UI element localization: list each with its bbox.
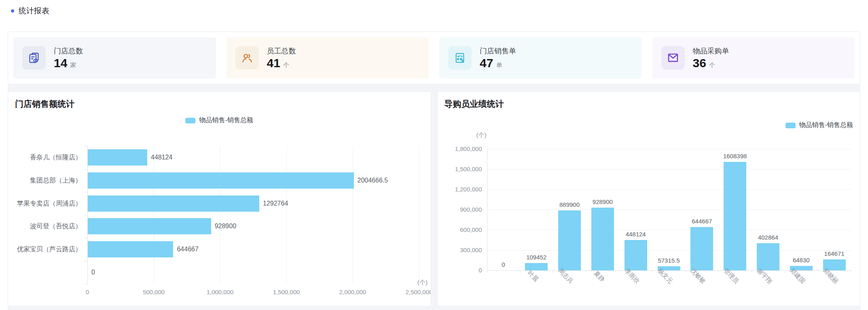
stat-card-purchase-orders: 物品采购单 36 个 [652, 37, 855, 79]
gridline [154, 146, 154, 284]
stat-unit: 个 [283, 62, 289, 69]
axis-tick [85, 284, 87, 284]
stat-card-sales-orders: 门店销售单 47 单 [439, 37, 642, 79]
axis-tick [85, 192, 87, 192]
guide-performance-chart-panel: 导购员业绩统计 物品销售-销售总额 (个) 1,800,0001,500,000… [437, 91, 861, 306]
stat-label: 员工总数 [267, 47, 296, 55]
value-label: 1292764 [263, 200, 288, 208]
category-label: 集团总部（上海） [8, 176, 82, 185]
axis-tick [85, 146, 87, 147]
y-tick-label: 1,800,000 [442, 145, 482, 153]
charts-row: 门店销售额统计 物品销售-销售总额 (个) 0500,0001,000,0001… [8, 91, 860, 306]
stat-card-stores: 门店总数 14 家 [13, 37, 216, 79]
store-sales-bar[interactable] [88, 195, 259, 212]
category-label: 苹果专卖店（周浦店） [8, 199, 82, 208]
category-label: 香奈儿（恒隆店） [8, 153, 82, 162]
stat-info: 门店总数 14 家 [54, 47, 83, 69]
stat-cards-panel: 门店总数 14 家 员工总数 41 个 [8, 32, 860, 84]
legend-item[interactable]: 物品销售-销售总额 [186, 116, 253, 125]
stat-card-employees: 员工总数 41 个 [227, 37, 429, 79]
legend-label: 物品销售-销售总额 [199, 116, 253, 125]
page-header: 统计报表 [0, 0, 868, 32]
gridline [353, 146, 353, 284]
axis-tick [487, 270, 487, 273]
category-label: 叶晨 [526, 270, 540, 284]
value-label: 448124 [603, 230, 668, 238]
performance-bar[interactable] [525, 263, 548, 270]
category-label: 优家宝贝（芦云路店） [8, 245, 82, 254]
dashboard-content: 门店总数 14 家 员工总数 41 个 [0, 32, 868, 310]
gridline [286, 146, 287, 284]
divider [8, 306, 860, 310]
envelope-icon [661, 46, 685, 70]
axis-tick [818, 270, 818, 273]
stat-value: 36 [693, 57, 706, 69]
y-tick-label: 300,000 [442, 246, 482, 254]
performance-bar[interactable] [690, 227, 713, 270]
legend-swatch-icon [785, 123, 796, 128]
axis-tick [85, 215, 87, 215]
performance-bar[interactable] [591, 208, 614, 270]
stat-label: 门店销售单 [480, 47, 516, 55]
stat-unit: 家 [70, 62, 76, 69]
value-label: 928900 [215, 222, 236, 230]
performance-bar[interactable] [625, 240, 647, 270]
divider [8, 84, 860, 91]
gridline [487, 149, 851, 149]
value-label: 2004666.5 [358, 176, 388, 185]
gridline [487, 250, 851, 251]
chart-title: 导购员业绩统计 [445, 98, 504, 110]
y-tick-label: 900,000 [442, 206, 482, 214]
axis-tick [85, 169, 87, 170]
title-bullet-icon [11, 9, 14, 13]
store-sales-bar[interactable] [88, 172, 354, 189]
y-tick-label: 1,200,000 [442, 185, 482, 193]
stat-value: 41 [267, 57, 280, 69]
category-label: 波司登（吾悦店） [8, 222, 82, 231]
value-label: 448124 [151, 153, 172, 161]
axis-tick [553, 270, 553, 273]
axis-tick [586, 270, 586, 273]
value-label: 402864 [736, 234, 800, 242]
store-sales-bar[interactable] [88, 149, 147, 166]
gridline [487, 189, 851, 190]
store-sales-bar[interactable] [88, 241, 173, 257]
value-label: 644667 [177, 245, 198, 253]
chart-title: 门店销售额统计 [15, 98, 74, 110]
x-tick-label: 2,000,000 [328, 289, 377, 295]
axis-tick [619, 270, 620, 273]
performance-bar[interactable] [724, 162, 746, 270]
axis-tick [520, 270, 520, 273]
gridline [487, 169, 851, 170]
stat-info: 门店销售单 47 单 [480, 47, 516, 69]
stat-label: 门店总数 [54, 47, 83, 55]
axis-tick [85, 261, 87, 261]
gridline [487, 210, 851, 210]
stat-info: 物品采购单 36 个 [693, 47, 729, 69]
x-tick-label: 2,500,000 [395, 289, 431, 295]
value-label: 164671 [802, 250, 860, 258]
stat-label: 物品采购单 [693, 47, 729, 55]
legend-item[interactable]: 物品销售-销售总额 [785, 121, 853, 130]
x-tick-label: 1,000,000 [196, 289, 244, 295]
x-tick-label: 0 [63, 289, 112, 295]
checklist-icon [448, 46, 472, 70]
y-tick-label: 1,500,000 [442, 165, 482, 173]
value-label: 928900 [570, 198, 635, 206]
gridline [419, 146, 419, 284]
axis-tick [685, 270, 686, 273]
documents-eye-icon [22, 46, 46, 70]
gridline [220, 146, 220, 284]
gridline [487, 230, 851, 230]
store-sales-chart-panel: 门店销售额统计 物品销售-销售总额 (个) 0500,0001,000,0001… [8, 91, 431, 306]
axis-tick [652, 270, 653, 273]
page-title: 统计报表 [19, 6, 49, 15]
stat-unit: 个 [709, 62, 715, 69]
performance-bar[interactable] [558, 210, 581, 270]
store-sales-bar[interactable] [88, 218, 211, 234]
axis-tick [785, 270, 785, 273]
axis-line [487, 149, 487, 270]
value-label: 0 [91, 268, 95, 276]
stat-info: 员工总数 41 个 [267, 47, 296, 69]
legend-label: 物品销售-销售总额 [799, 121, 853, 130]
